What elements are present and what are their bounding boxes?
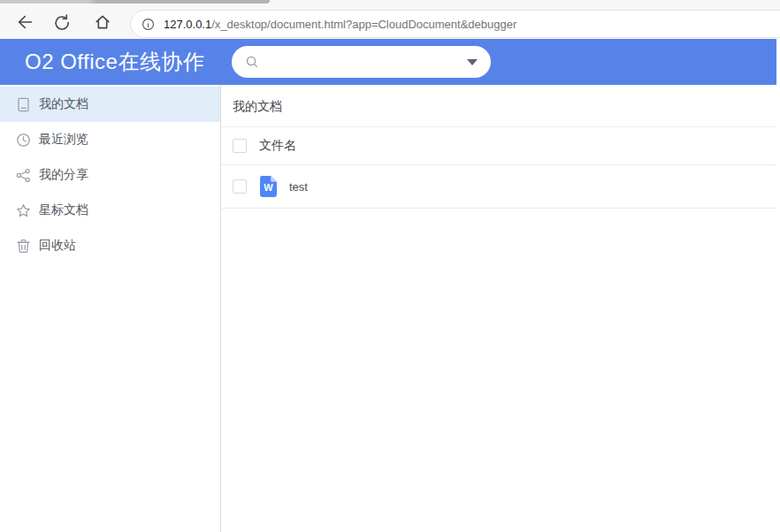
select-all-checkbox[interactable]	[233, 139, 247, 153]
sidebar: 我的文档 最近浏览	[0, 85, 221, 532]
sidebar-item-recycle-bin[interactable]: 回收站	[0, 228, 220, 263]
sidebar-item-label: 星标文档	[39, 202, 88, 218]
sidebar-item-starred[interactable]: 星标文档	[0, 193, 220, 228]
table-header-row: 文件名	[221, 127, 776, 165]
browser-toolbar: 127.0.0.1/x_desktop/document.html?app=Cl…	[0, 4, 780, 39]
word-doc-icon: W	[260, 176, 277, 197]
reload-button[interactable]	[49, 9, 75, 35]
share-icon	[16, 168, 31, 183]
back-button[interactable]	[11, 9, 38, 35]
search-input[interactable]	[266, 54, 467, 70]
star-icon	[16, 203, 31, 218]
sidebar-item-recent[interactable]: 最近浏览	[0, 122, 220, 157]
sidebar-item-label: 最近浏览	[39, 132, 88, 148]
svg-text:W: W	[264, 182, 273, 193]
home-icon	[94, 13, 111, 31]
search-icon	[245, 55, 259, 69]
url-host: 127.0.0.1	[164, 18, 211, 31]
app-header: O2 Office在线协作	[0, 39, 776, 85]
url-path: /x_desktop/document.html?app=CloudDocume…	[211, 18, 516, 31]
info-icon[interactable]	[141, 17, 156, 32]
back-icon	[16, 13, 34, 31]
address-bar[interactable]: 127.0.0.1/x_desktop/document.html?app=Cl…	[130, 10, 780, 38]
table-row[interactable]: W test	[221, 165, 776, 209]
sidebar-item-label: 我的文档	[39, 96, 88, 112]
file-name[interactable]: test	[289, 180, 308, 194]
reload-icon	[53, 13, 71, 31]
sidebar-item-label: 回收站	[39, 238, 76, 254]
chevron-down-icon[interactable]	[467, 59, 478, 65]
app-title: O2 Office在线协作	[25, 48, 204, 76]
cloud-document-app: O2 Office在线协作 我的文档	[0, 39, 776, 532]
search-box	[232, 46, 491, 78]
app-body: 我的文档 最近浏览	[0, 85, 776, 532]
document-icon	[16, 97, 31, 112]
sidebar-item-label: 我的分享	[39, 167, 88, 183]
file-list-panel: 我的文档 文件名 W test	[221, 85, 776, 532]
clock-icon	[16, 133, 31, 148]
home-button[interactable]	[89, 9, 116, 35]
browser-tab-remnant	[0, 0, 270, 4]
trash-icon	[16, 239, 31, 254]
column-header-filename: 文件名	[259, 138, 296, 154]
sidebar-item-my-shares[interactable]: 我的分享	[0, 157, 220, 193]
sidebar-item-my-documents[interactable]: 我的文档	[0, 87, 220, 122]
breadcrumb: 我的文档	[221, 85, 776, 127]
row-checkbox[interactable]	[233, 179, 247, 194]
